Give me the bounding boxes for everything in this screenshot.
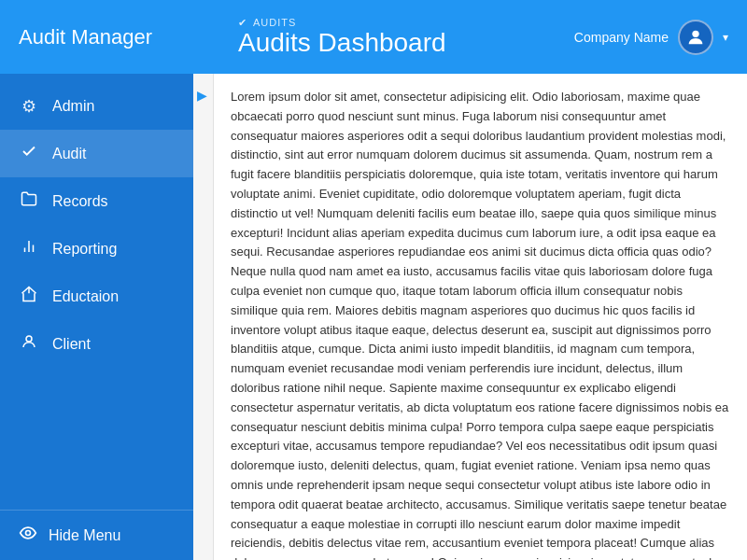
bank-icon	[19, 286, 39, 307]
chart-icon	[19, 238, 39, 259]
sidebar-item-admin-label: Admin	[52, 98, 94, 115]
sidebar-item-records-label: Records	[52, 193, 108, 210]
content-text: Lorem ipsum dolor sit amet, consectetur …	[231, 88, 730, 560]
checkmark-icon	[19, 143, 39, 164]
sidebar-nav: ⚙ Admin Audit Records Reporting	[0, 74, 193, 510]
breadcrumb-text: AUDITS	[253, 17, 296, 28]
content-body: Lorem ipsum dolor sit amet, consectetur …	[214, 74, 747, 560]
breadcrumb: ✔ AUDITS	[238, 17, 574, 29]
header: Audit Manager ✔ AUDITS Audits Dashboard …	[0, 0, 747, 74]
hide-menu-button[interactable]: Hide Menu	[0, 510, 193, 560]
company-name: Company Name	[574, 30, 669, 45]
header-center: ✔ AUDITS Audits Dashboard	[210, 17, 574, 58]
sidebar-item-reporting[interactable]: Reporting	[0, 225, 193, 273]
sidebar-item-audit-label: Audit	[52, 146, 86, 162]
sidebar-item-client-label: Client	[52, 336, 91, 353]
svg-point-2	[26, 531, 31, 536]
hide-menu-icon	[19, 524, 37, 547]
gear-icon: ⚙	[19, 96, 39, 117]
sidebar-item-client[interactable]: Client	[0, 320, 193, 368]
content-area: ▶ Lorem ipsum dolor sit amet, consectetu…	[193, 74, 747, 560]
expand-arrow-icon[interactable]: ▶	[197, 88, 207, 103]
svg-point-0	[692, 30, 698, 36]
breadcrumb-icon: ✔	[238, 17, 247, 29]
expand-panel: ▶	[193, 74, 214, 560]
avatar-dropdown-arrow[interactable]: ▾	[723, 31, 728, 44]
person-icon	[19, 333, 39, 355]
hide-menu-label: Hide Menu	[49, 527, 120, 544]
app-logo: Audit Manager	[19, 25, 210, 49]
sidebar-item-records[interactable]: Records	[0, 177, 193, 225]
sidebar-item-education-label: Eductaion	[52, 288, 119, 305]
sidebar-item-education[interactable]: Eductaion	[0, 273, 193, 320]
sidebar-item-reporting-label: Reporting	[52, 241, 117, 258]
svg-point-1	[26, 336, 32, 342]
sidebar: ⚙ Admin Audit Records Reporting	[0, 74, 193, 560]
page-title: Audits Dashboard	[238, 29, 574, 58]
body: ⚙ Admin Audit Records Reporting	[0, 74, 747, 560]
sidebar-item-admin[interactable]: ⚙ Admin	[0, 83, 193, 130]
avatar[interactable]	[678, 20, 713, 55]
header-right: Company Name ▾	[574, 20, 728, 55]
folder-icon	[19, 190, 39, 212]
sidebar-item-audit[interactable]: Audit	[0, 130, 193, 177]
